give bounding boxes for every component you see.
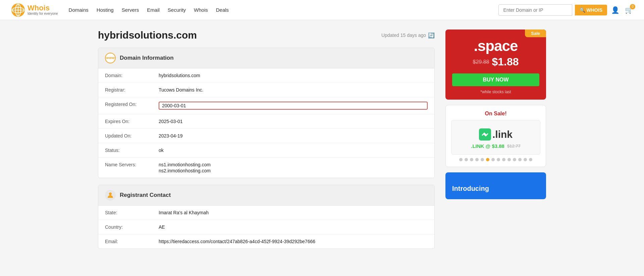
on-sale-label: On Sale! (451, 111, 540, 117)
field-value-updated-on: 2023-04-19 (159, 133, 428, 139)
user-icon[interactable]: 👤 (611, 6, 620, 14)
field-label-registrar: Registrar: (105, 87, 159, 93)
updated-info: Updated 15 days ago 🔄 (381, 32, 435, 39)
field-value-nameservers: ns1.inmotionhosting.com ns2.inmotionhost… (159, 162, 428, 173)
table-row: Expires On: 2025-03-01 (98, 114, 434, 129)
header-icons: 👤 🛒 0 (611, 6, 633, 14)
nav-email[interactable]: Email (147, 7, 160, 13)
search-btn-label: WHOIS (587, 7, 602, 13)
nav-hosting[interactable]: Hosting (97, 7, 114, 13)
nav-deals[interactable]: Deals (216, 7, 229, 13)
buy-now-button[interactable]: BUY NOW (452, 73, 539, 86)
table-row: Domain: hybridsolutions.com (98, 68, 434, 83)
field-value-expires-on: 2025-03-01 (159, 119, 428, 124)
dot-12[interactable] (518, 158, 522, 161)
person-svg (107, 192, 114, 199)
logo-icon (11, 3, 25, 17)
www-icon: WWW (105, 53, 116, 63)
ns2: ns2.inmotionhosting.com (159, 168, 428, 173)
link-logo-icon (479, 128, 491, 141)
sale-pricing: $29.88 $1.88 (452, 56, 539, 68)
dot-3[interactable] (470, 158, 473, 161)
field-label-nameservers: Name Servers: (105, 162, 159, 167)
domain-info-card: WWW Domain Information Domain: hybridsol… (98, 48, 435, 178)
registrant-title: Registrant Contact (120, 192, 171, 199)
table-row: Registrar: Tucows Domains Inc. (98, 83, 434, 97)
domain-title-row: hybridsolutions.com Updated 15 days ago … (98, 30, 435, 41)
field-value-registered-on: 2000-03-01 (159, 102, 428, 110)
main-wrapper: hybridsolutions.com Updated 15 days ago … (87, 20, 557, 265)
sale-new-price: $1.88 (492, 56, 519, 68)
link-pricing-row: .LINK @ $3.88 $12.77 (471, 143, 520, 149)
logo-tagline: Identity for everyone (28, 12, 58, 15)
search-area: 🔍 WHOIS (498, 4, 607, 16)
table-row: State: Imarat Ra's al Khaymah (98, 206, 434, 220)
sale-old-price: $29.88 (473, 59, 489, 65)
cart-badge: 0 (630, 4, 635, 9)
field-label-registered-on: Registered On: (105, 102, 159, 107)
logo-whois-text: Whois (28, 4, 58, 12)
field-value-domain: hybridsolutions.com (159, 73, 428, 78)
sale-card: Sale .space $29.88 $1.88 BUY NOW *while … (445, 30, 546, 100)
ns1: ns1.inmotionhosting.com (159, 162, 428, 167)
link-logo: .link (479, 128, 513, 141)
registrant-header: Registrant Contact (98, 185, 434, 206)
dot-8[interactable] (497, 158, 500, 161)
search-input[interactable] (498, 4, 572, 16)
updated-label: Updated 15 days ago (381, 33, 426, 38)
dot-13[interactable] (524, 158, 527, 161)
intro-text: Introducing (452, 185, 489, 192)
field-value-state: Imarat Ra's al Khaymah (159, 210, 428, 215)
sale-badge: Sale (525, 30, 546, 37)
search-button[interactable]: 🔍 WHOIS (575, 5, 607, 15)
dots-row (451, 158, 540, 161)
domain-info-title: Domain Information (120, 55, 174, 61)
table-row: Registered On: 2000-03-01 (98, 97, 434, 114)
field-value-email: https://tieredaccess.com/contact/247ab82… (159, 239, 428, 244)
nav-whois[interactable]: Whois (194, 7, 208, 13)
link-price: .LINK @ $3.88 (471, 143, 504, 149)
dot-5[interactable] (481, 158, 484, 161)
logo[interactable]: Whois Identity for everyone (11, 3, 58, 17)
field-label-domain: Domain: (105, 73, 159, 78)
table-row: Country: AE (98, 220, 434, 234)
content-area: hybridsolutions.com Updated 15 days ago … (98, 30, 435, 256)
dot-11[interactable] (513, 158, 516, 161)
dot-10[interactable] (507, 158, 511, 161)
dot-4[interactable] (475, 158, 479, 161)
main-nav: Domains Hosting Servers Email Security W… (69, 7, 498, 13)
field-value-country: AE (159, 224, 428, 230)
table-row: Email: https://tieredaccess.com/contact/… (98, 234, 434, 249)
promo-card: On Sale! .link .LINK @ $3.88 $12.77 (445, 105, 546, 167)
field-label-country: Country: (105, 224, 159, 230)
nav-servers[interactable]: Servers (122, 7, 139, 13)
sale-tld: .space (452, 38, 539, 54)
svg-point-5 (109, 192, 112, 195)
dot-7[interactable] (491, 158, 495, 161)
person-icon (105, 190, 116, 201)
dot-6[interactable] (486, 158, 489, 161)
domain-title: hybridsolutions.com (98, 30, 197, 41)
nav-security[interactable]: Security (168, 7, 186, 13)
field-value-status: ok (159, 148, 428, 153)
dot-1[interactable] (459, 158, 463, 161)
link-promo-box: .link .LINK @ $3.88 $12.77 (451, 120, 540, 155)
dot-14[interactable] (529, 158, 532, 161)
field-value-registrar: Tucows Domains Inc. (159, 87, 428, 93)
table-row: Updated On: 2023-04-19 (98, 129, 434, 143)
nav-domains[interactable]: Domains (69, 7, 89, 13)
intro-card: Introducing (445, 172, 546, 199)
dot-9[interactable] (502, 158, 505, 161)
field-label-state: State: (105, 210, 159, 215)
field-label-expires-on: Expires On: (105, 119, 159, 124)
link-old-price: $12.77 (507, 144, 521, 149)
header: Whois Identity for everyone Domains Host… (0, 0, 644, 20)
table-row: Status: ok (98, 143, 434, 158)
field-label-updated-on: Updated On: (105, 133, 159, 139)
cart-icon[interactable]: 🛒 0 (625, 6, 633, 14)
refresh-icon[interactable]: 🔄 (428, 32, 435, 39)
link-tld-text: .link (492, 129, 513, 140)
registrant-contact-card: Registrant Contact State: Imarat Ra's al… (98, 185, 435, 249)
field-label-status: Status: (105, 148, 159, 153)
dot-2[interactable] (465, 158, 468, 161)
